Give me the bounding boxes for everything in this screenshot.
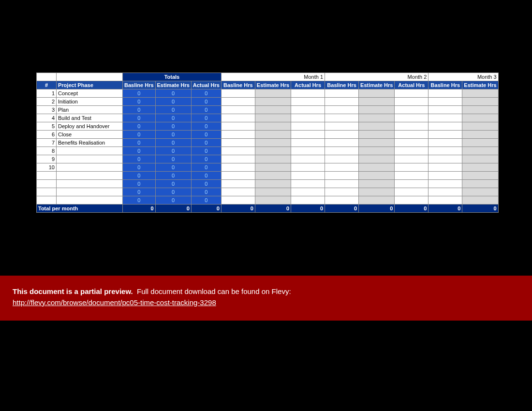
month-cell[interactable] [255,89,291,98]
month-cell[interactable] [429,163,462,172]
month-cell[interactable] [462,106,498,114]
month-cell[interactable] [359,163,395,172]
month-cell[interactable] [291,180,325,188]
month-cell[interactable] [462,172,498,180]
month-cell[interactable] [462,122,498,131]
month-cell[interactable] [255,172,291,180]
row-number[interactable]: 1 [37,89,57,98]
month-cell[interactable] [255,131,291,139]
month-cell[interactable] [429,147,462,155]
month-cell[interactable] [325,172,359,180]
month-cell[interactable] [325,196,359,205]
row-phase[interactable]: Concept [57,89,123,98]
month-cell[interactable] [221,106,255,114]
banner-link[interactable]: http://flevy.com/browse/document/pc05-ti… [13,298,216,307]
month-cell[interactable] [325,106,359,114]
month-cell[interactable] [255,98,291,106]
month-cell[interactable] [359,106,395,114]
row-number[interactable]: 4 [37,114,57,122]
month-cell[interactable] [221,147,255,155]
month-cell[interactable] [462,89,498,98]
month-cell[interactable] [255,114,291,122]
row-number[interactable]: 9 [37,155,57,163]
month-cell[interactable] [359,98,395,106]
month-cell[interactable] [221,139,255,147]
month-cell[interactable] [462,139,498,147]
month-cell[interactable] [359,155,395,163]
month-cell[interactable] [255,155,291,163]
month-cell[interactable] [325,131,359,139]
month-cell[interactable] [395,155,429,163]
month-cell[interactable] [359,89,395,98]
month-cell[interactable] [255,188,291,196]
month-cell[interactable] [221,89,255,98]
month-cell[interactable] [221,188,255,196]
month-cell[interactable] [429,188,462,196]
month-cell[interactable] [429,172,462,180]
month-cell[interactable] [291,147,325,155]
month-cell[interactable] [359,114,395,122]
month-cell[interactable] [395,89,429,98]
month-cell[interactable] [429,89,462,98]
month-cell[interactable] [221,131,255,139]
row-phase[interactable] [57,180,123,188]
month-cell[interactable] [291,122,325,131]
row-number[interactable]: 2 [37,98,57,106]
month-cell[interactable] [325,139,359,147]
row-number[interactable]: 3 [37,106,57,114]
month-cell[interactable] [325,163,359,172]
month-cell[interactable] [221,122,255,131]
row-phase[interactable] [57,155,123,163]
month-cell[interactable] [291,188,325,196]
month-cell[interactable] [291,98,325,106]
month-cell[interactable] [291,155,325,163]
month-cell[interactable] [255,163,291,172]
month-cell[interactable] [325,122,359,131]
month-cell[interactable] [395,106,429,114]
month-cell[interactable] [291,196,325,205]
month-cell[interactable] [395,114,429,122]
month-cell[interactable] [395,122,429,131]
month-cell[interactable] [462,98,498,106]
month-cell[interactable] [291,114,325,122]
row-phase[interactable] [57,172,123,180]
month-cell[interactable] [395,163,429,172]
month-cell[interactable] [429,155,462,163]
row-number[interactable]: 10 [37,163,57,172]
month-cell[interactable] [221,196,255,205]
month-cell[interactable] [429,106,462,114]
row-number[interactable] [37,196,57,205]
month-cell[interactable] [462,114,498,122]
month-cell[interactable] [462,180,498,188]
row-phase[interactable]: Deploy and Handover [57,122,123,131]
month-cell[interactable] [325,114,359,122]
row-number[interactable] [37,188,57,196]
month-cell[interactable] [255,196,291,205]
month-cell[interactable] [255,106,291,114]
month-cell[interactable] [291,131,325,139]
month-cell[interactable] [395,172,429,180]
row-number[interactable]: 7 [37,139,57,147]
month-cell[interactable] [395,180,429,188]
month-cell[interactable] [221,163,255,172]
month-cell[interactable] [429,196,462,205]
month-cell[interactable] [291,172,325,180]
month-cell[interactable] [359,139,395,147]
row-number[interactable]: 8 [37,147,57,155]
month-cell[interactable] [221,180,255,188]
month-cell[interactable] [395,98,429,106]
month-cell[interactable] [255,147,291,155]
month-cell[interactable] [221,98,255,106]
month-cell[interactable] [255,139,291,147]
month-cell[interactable] [359,172,395,180]
month-cell[interactable] [462,155,498,163]
row-number[interactable] [37,172,57,180]
month-cell[interactable] [462,163,498,172]
month-cell[interactable] [429,180,462,188]
month-cell[interactable] [291,163,325,172]
row-phase[interactable]: Close [57,131,123,139]
month-cell[interactable] [221,155,255,163]
month-cell[interactable] [325,180,359,188]
month-cell[interactable] [429,98,462,106]
row-phase[interactable] [57,163,123,172]
